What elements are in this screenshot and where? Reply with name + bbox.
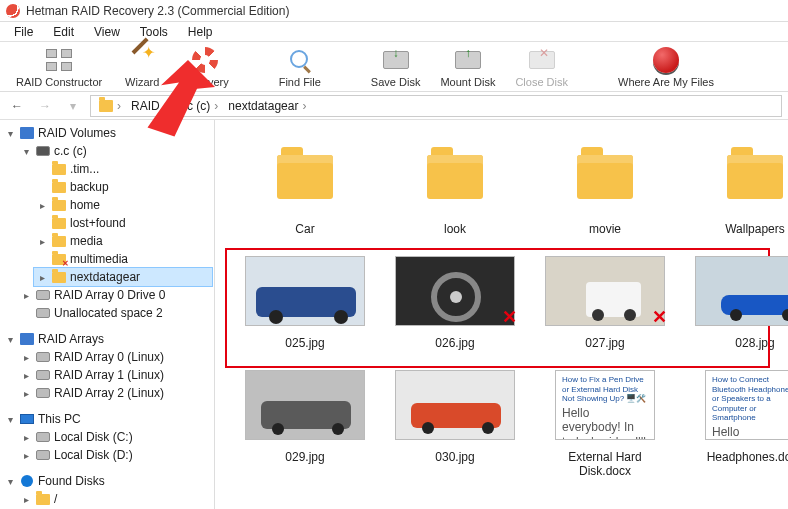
- tree-lostfound[interactable]: lost+found: [34, 214, 212, 232]
- folder-icon: [727, 155, 783, 199]
- tree-this-pc[interactable]: ▾This PC: [2, 410, 212, 428]
- nav-back-button[interactable]: ←: [6, 95, 28, 117]
- tree-media[interactable]: ▸media: [34, 232, 212, 250]
- tree-ra0[interactable]: ▸RAID Array 0 (Linux): [18, 348, 212, 366]
- folder-icon: [52, 200, 66, 211]
- folder-icon: [577, 155, 633, 199]
- folder-icon: [277, 155, 333, 199]
- tree-home[interactable]: ▸home: [34, 196, 212, 214]
- find-file-label: Find File: [279, 76, 321, 88]
- breadcrumb-seg1[interactable]: c.c (c)›: [174, 99, 223, 113]
- raid-constructor-button[interactable]: RAID Constructor: [6, 46, 112, 88]
- drive-icon: [36, 146, 50, 156]
- wizard-button[interactable]: Wizard: [112, 46, 172, 88]
- tree-raid-arrays[interactable]: ▾RAID Arrays: [2, 330, 212, 348]
- close-disk-icon: ✕: [528, 46, 556, 74]
- image-thumbnail: [395, 256, 515, 326]
- recovery-button[interactable]: Recovery: [172, 46, 238, 88]
- file-028[interactable]: ✕028.jpg: [695, 256, 788, 350]
- folder-wallpapers[interactable]: Wallpapers: [695, 142, 788, 236]
- folder-icon: [52, 182, 66, 193]
- folder-car[interactable]: Car: [245, 142, 365, 236]
- menu-tools[interactable]: Tools: [130, 23, 178, 41]
- mount-disk-button[interactable]: ↑ Mount Disk: [430, 46, 505, 88]
- tree-ra2[interactable]: ▸RAID Array 2 (Linux): [18, 384, 212, 402]
- pc-icon: [20, 414, 34, 424]
- file-026[interactable]: ✕026.jpg: [395, 256, 515, 350]
- folder-icon: [99, 100, 113, 112]
- tree-panel[interactable]: ▾RAID Volumes ▾c.c (c) .tim... backup ▸h…: [0, 120, 215, 509]
- tree-raid-volumes[interactable]: ▾RAID Volumes: [2, 124, 212, 142]
- nav-forward-button[interactable]: →: [34, 95, 56, 117]
- tree-local-c[interactable]: ▸Local Disk (C:): [18, 428, 212, 446]
- save-disk-label: Save Disk: [371, 76, 421, 88]
- tree-unalloc[interactable]: Unallocated space 2: [18, 304, 212, 322]
- menu-help[interactable]: Help: [178, 23, 223, 41]
- app-icon: [6, 4, 20, 18]
- breadcrumb-root[interactable]: ›: [95, 99, 125, 113]
- deleted-folder-icon: [52, 254, 66, 265]
- tree-found-disks[interactable]: ▾Found Disks: [2, 472, 212, 490]
- file-grid[interactable]: Car look movie Wallpapers 025.jpg ✕026.j…: [215, 120, 788, 509]
- svg-rect-4: [396, 257, 514, 325]
- tree-media-label: media: [70, 234, 103, 248]
- tree-raid-arrays-label: RAID Arrays: [38, 332, 104, 346]
- tree-home-label: home: [70, 198, 100, 212]
- tree-cc[interactable]: ▾c.c (c): [18, 142, 212, 160]
- save-disk-button[interactable]: ↓ Save Disk: [361, 46, 431, 88]
- nav-dropdown[interactable]: ▾: [62, 95, 84, 117]
- doc-preview-body: Hello everybody! In: [712, 425, 788, 440]
- toolbar: RAID Constructor Wizard Recovery Find Fi…: [0, 42, 788, 92]
- file-headphones-docx[interactable]: How to Connect Bluetooth Headphones or S…: [695, 370, 788, 478]
- breadcrumb[interactable]: › RAID› c.c (c)› nextdatagear›: [90, 95, 782, 117]
- tree-nextdatagear[interactable]: ▸nextdatagear: [34, 268, 212, 286]
- tree-backup[interactable]: backup: [34, 178, 212, 196]
- folder-car-label: Car: [295, 222, 314, 236]
- folder-movie[interactable]: movie: [545, 142, 665, 236]
- raid-volumes-icon: [20, 127, 34, 139]
- tree-array0d0[interactable]: ▸RAID Array 0 Drive 0: [18, 286, 212, 304]
- file-ext-hd-docx[interactable]: How to Fix a Pen Drive or External Hard …: [545, 370, 665, 478]
- tree-cc-label: c.c (c): [54, 144, 87, 158]
- tree-raid-volumes-label: RAID Volumes: [38, 126, 116, 140]
- grid-row-3: 029.jpg 030.jpg How to Fix a Pen Drive o…: [225, 360, 778, 488]
- tree-this-pc-label: This PC: [38, 412, 81, 426]
- svg-point-17: [272, 423, 284, 435]
- tree-local-c-label: Local Disk (C:): [54, 430, 133, 444]
- where-button[interactable]: Where Are My Files: [608, 46, 724, 88]
- folder-icon: [52, 272, 66, 283]
- file-headphones-label: Headphones.docx: [707, 450, 788, 464]
- image-thumbnail: [695, 256, 788, 326]
- menu-file[interactable]: File: [4, 23, 43, 41]
- breadcrumb-seg0-label: RAID: [131, 99, 160, 113]
- file-030[interactable]: 030.jpg: [395, 370, 515, 478]
- file-ext-hd-label: External Hard Disk.docx: [545, 450, 665, 478]
- image-thumbnail: [395, 370, 515, 440]
- menu-edit[interactable]: Edit: [43, 23, 84, 41]
- tree-tim[interactable]: .tim...: [34, 160, 212, 178]
- breadcrumb-seg0[interactable]: RAID›: [127, 99, 172, 113]
- tree-local-d[interactable]: ▸Local Disk (D:): [18, 446, 212, 464]
- close-disk-button[interactable]: ✕ Close Disk: [505, 46, 578, 88]
- folder-icon: [427, 155, 483, 199]
- svg-point-6: [450, 291, 462, 303]
- mount-disk-icon: ↑: [454, 46, 482, 74]
- tree-slash[interactable]: ▸/: [18, 490, 212, 508]
- file-025[interactable]: 025.jpg: [245, 256, 365, 350]
- file-029[interactable]: 029.jpg: [245, 370, 365, 478]
- svg-point-13: [730, 309, 742, 321]
- file-027[interactable]: ✕027.jpg: [545, 256, 665, 350]
- doc-preview-body: Hello everybody! In today's video I'll t…: [562, 406, 648, 440]
- svg-point-21: [422, 422, 434, 434]
- tree-ra1[interactable]: ▸RAID Array 1 (Linux): [18, 366, 212, 384]
- menu-view[interactable]: View: [84, 23, 130, 41]
- image-thumbnail: [545, 256, 665, 326]
- breadcrumb-seg2[interactable]: nextdatagear›: [224, 99, 310, 113]
- tree-lostfound-label: lost+found: [70, 216, 126, 230]
- folder-look[interactable]: look: [395, 142, 515, 236]
- doc-preview-title: How to Connect Bluetooth Headphones or S…: [712, 375, 788, 423]
- tree-multimedia[interactable]: multimedia: [34, 250, 212, 268]
- find-file-button[interactable]: Find File: [269, 46, 331, 88]
- folder-look-label: look: [444, 222, 466, 236]
- deleted-marker-icon: ✕: [652, 306, 667, 328]
